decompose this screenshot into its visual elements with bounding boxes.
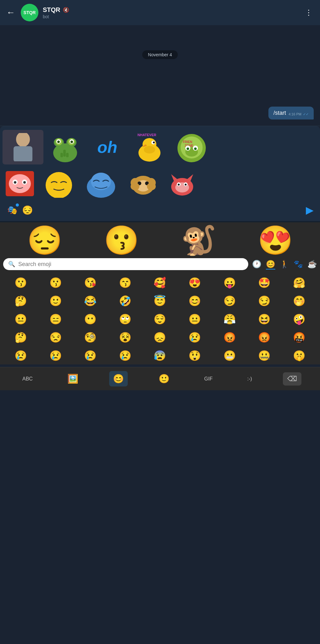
emoji-cell[interactable]: 😐 bbox=[178, 310, 212, 328]
category-people[interactable]: 🚶 bbox=[280, 260, 289, 269]
emoji-cell[interactable]: 🤭 bbox=[282, 292, 316, 310]
featured-emoji-3[interactable]: 🐒 bbox=[181, 226, 216, 254]
chat-area: November 4 /start 4:16 PM ✓✓ bbox=[0, 25, 320, 126]
emoji-cell[interactable]: 😏 bbox=[212, 292, 247, 310]
bitmoji-icon: 🙂 bbox=[159, 374, 170, 384]
keyboard-text-emoji-button[interactable]: :-) bbox=[244, 374, 256, 384]
emoji-cell[interactable]: 🤔 bbox=[4, 292, 38, 310]
svg-rect-14 bbox=[66, 153, 69, 157]
sleepy-svg bbox=[43, 169, 75, 198]
sticker-pizza-cat[interactable] bbox=[3, 166, 37, 201]
emoji-cell[interactable]: 🤣 bbox=[108, 292, 143, 310]
emoji-cell[interactable]: 😆 bbox=[247, 310, 282, 328]
emoji-cell[interactable]: 😬 bbox=[212, 347, 247, 364]
svg-point-18 bbox=[144, 146, 155, 153]
keyboard-bitmoji-button[interactable]: 🙂 bbox=[155, 371, 173, 386]
emoji-cell[interactable]: 😢 bbox=[108, 347, 143, 364]
sticker-human[interactable] bbox=[3, 130, 43, 164]
keyboard-delete-button[interactable]: ⌫ bbox=[283, 372, 301, 386]
svg-point-31 bbox=[9, 174, 31, 193]
emoji-cell[interactable]: 😑 bbox=[39, 310, 73, 328]
human-sticker-svg bbox=[10, 133, 36, 161]
emoji-cell[interactable]: 😂 bbox=[73, 292, 108, 310]
category-smileys[interactable]: 😊 bbox=[266, 260, 275, 269]
sticker-oh[interactable]: oh bbox=[87, 130, 128, 164]
emoji-cell[interactable]: 🧐 bbox=[73, 329, 108, 346]
text-emoji-label: :-) bbox=[247, 376, 252, 382]
sticker-blue-blob[interactable] bbox=[81, 166, 121, 201]
emoji-cell[interactable]: 😙 bbox=[108, 274, 143, 291]
emoji-cell[interactable]: 😐 bbox=[4, 310, 38, 328]
emoji-cell[interactable]: 🥰 bbox=[143, 274, 177, 291]
sticker-red-fox[interactable] bbox=[165, 166, 199, 201]
svg-text:NHATEVER: NHATEVER bbox=[138, 133, 156, 137]
emoji-cell[interactable]: 🤩 bbox=[247, 274, 282, 291]
emoji-cell[interactable]: 😍 bbox=[178, 274, 212, 291]
recent-emoji[interactable]: 😔 bbox=[22, 205, 33, 215]
emoji-cell[interactable]: 😢 bbox=[4, 347, 38, 364]
emoji-cell[interactable]: 🙄 bbox=[108, 310, 143, 328]
delete-icon: ⌫ bbox=[287, 375, 297, 383]
featured-emoji-1[interactable]: 😔 bbox=[27, 226, 62, 254]
svg-point-2 bbox=[17, 134, 29, 146]
emoji-cell[interactable]: 😢 bbox=[178, 329, 212, 346]
featured-emoji-2[interactable]: 😗 bbox=[104, 226, 139, 254]
svg-point-38 bbox=[91, 173, 111, 190]
emoji-cell[interactable]: 😡 bbox=[212, 329, 247, 346]
emoji-cell[interactable]: 🙂 bbox=[39, 292, 73, 310]
featured-emoji-4[interactable]: 😍 bbox=[258, 226, 293, 254]
emoji-cell[interactable]: 😊 bbox=[178, 292, 212, 310]
category-food[interactable]: ☕ bbox=[307, 260, 317, 269]
keyboard-gif-button[interactable]: GIF bbox=[200, 374, 216, 384]
abc-label: ABC bbox=[22, 376, 33, 382]
svg-point-29 bbox=[194, 147, 197, 150]
chat-title-row: STQR 🔇 bbox=[43, 6, 298, 14]
message-bubble: /start 4:16 PM ✓✓ bbox=[268, 107, 314, 119]
emoji-cell[interactable]: 🤔 bbox=[4, 329, 38, 346]
sticker-friendzone[interactable]: FRIEN ZONE bbox=[171, 130, 212, 164]
emoji-icon: 😊 bbox=[113, 374, 124, 384]
category-animals[interactable]: 🐾 bbox=[294, 260, 303, 269]
more-options-button[interactable]: ⋮ bbox=[302, 7, 315, 18]
emoji-cell[interactable]: 😞 bbox=[143, 329, 177, 346]
emoji-cell[interactable]: 😗 bbox=[4, 274, 38, 291]
frog-sticker-svg bbox=[49, 132, 81, 162]
keyboard-emoji-button[interactable]: 😊 bbox=[109, 371, 128, 386]
keyboard-stickers-button[interactable]: 🖼️ bbox=[64, 371, 82, 386]
emoji-cell[interactable]: 😢 bbox=[39, 347, 73, 364]
emoji-cell[interactable]: 😲 bbox=[178, 347, 212, 364]
search-box[interactable]: 🔍 bbox=[3, 258, 248, 270]
category-recent[interactable]: 🕐 bbox=[252, 260, 261, 269]
emoji-cell[interactable]: 🤪 bbox=[282, 310, 316, 328]
emoji-cell[interactable]: 😵 bbox=[108, 329, 143, 346]
emoji-cell[interactable]: 😘 bbox=[73, 274, 108, 291]
emoji-cell[interactable]: 😇 bbox=[143, 292, 177, 310]
search-input[interactable] bbox=[18, 261, 243, 268]
emoji-cell[interactable]: 😛 bbox=[212, 274, 247, 291]
emoji-cell[interactable]: 😤 bbox=[212, 310, 247, 328]
emoji-cell[interactable]: 😒 bbox=[39, 329, 73, 346]
emoji-cell[interactable]: 😢 bbox=[73, 347, 108, 364]
emoji-cell[interactable]: 😶 bbox=[73, 310, 108, 328]
emoji-cell[interactable]: 😌 bbox=[143, 310, 177, 328]
chat-header: ← STQR STQR 🔇 bot ⋮ bbox=[0, 0, 320, 25]
emoji-cell[interactable]: 😏 bbox=[247, 292, 282, 310]
notification-dot bbox=[16, 203, 19, 207]
emoji-cell[interactable]: 🤐 bbox=[247, 347, 282, 364]
emoji-cell[interactable]: 🤗 bbox=[282, 274, 316, 291]
send-button[interactable]: ▶ bbox=[305, 203, 315, 217]
sticker-frog[interactable] bbox=[45, 130, 86, 164]
emoji-cell[interactable]: 😗 bbox=[39, 274, 73, 291]
sticker-picker-button[interactable]: 🎭 bbox=[5, 203, 20, 217]
emoji-cell[interactable]: 😰 bbox=[143, 347, 177, 364]
emoji-cell[interactable]: 😡 bbox=[247, 329, 282, 346]
emoji-cell[interactable]: 🤫 bbox=[282, 347, 316, 364]
sticker-sleepy[interactable] bbox=[38, 166, 79, 201]
keyboard-abc-button[interactable]: ABC bbox=[19, 374, 36, 384]
back-button[interactable]: ← bbox=[5, 6, 16, 19]
emoji-categories: 🕐 😊 🚶 🐾 ☕ bbox=[252, 260, 317, 269]
svg-point-35 bbox=[23, 181, 26, 184]
sticker-duck[interactable]: NHATEVER bbox=[129, 130, 170, 164]
emoji-cell[interactable]: 🤬 bbox=[282, 329, 316, 346]
sticker-monkey-sad[interactable] bbox=[123, 166, 164, 201]
